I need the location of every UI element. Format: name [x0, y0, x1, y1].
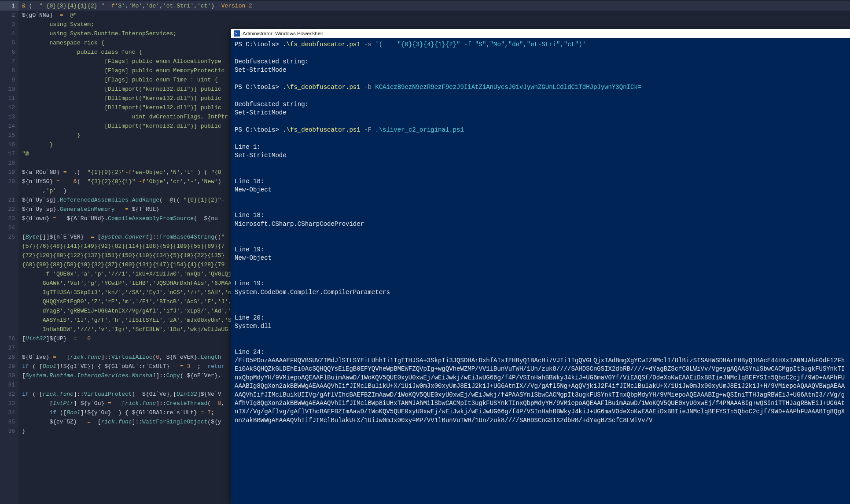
line-number: 29 [0, 362, 18, 371]
terminal-line: Set-StrictMode [235, 151, 846, 160]
terminal-line [235, 297, 846, 305]
terminal-line: Line 19: [235, 246, 846, 254]
terminal-line: PS C:\tools> .\fs_deobfuscator.ps1 -F .\… [235, 126, 846, 134]
line-number-continuation [0, 269, 18, 279]
terminal-line: PS C:\tools> .\fs_deobfuscator.ps1 -s '(… [235, 40, 846, 49]
terminal-line: Microsoft.CSharp.CSharpCodeProvider [235, 220, 846, 228]
terminal-content[interactable]: PS C:\tools> .\fs_deobfuscator.ps1 -s '(… [231, 38, 850, 504]
line-number: 12 [0, 103, 18, 112]
line-number-continuation [0, 297, 18, 306]
line-number: 8 [0, 66, 18, 75]
line-number: 30 [0, 371, 18, 380]
code-line[interactable]: using System; [18, 20, 850, 29]
line-number: 21 [0, 195, 18, 205]
line-number: 9 [0, 75, 18, 85]
code-line[interactable]: & ( " {0}{3}{4}{1}{2} " -f'S','Mo','de',… [18, 1, 850, 11]
terminal-line [235, 169, 846, 177]
terminal-line: Set-StrictMode [235, 66, 846, 74]
terminal-line [235, 263, 846, 271]
terminal-line [235, 92, 846, 100]
line-number: 26 [0, 334, 18, 343]
line-number: 4 [0, 29, 18, 38]
line-number: 25 [0, 232, 18, 242]
line-number: 14 [0, 121, 18, 131]
powershell-window[interactable]: >_ Administrator: Windows PowerShell PS … [231, 29, 850, 504]
line-number: 10 [0, 85, 18, 94]
line-number: 36 [0, 427, 18, 436]
terminal-line: PS C:\tools> .\fs_deobfuscator.ps1 -b KC… [235, 83, 846, 92]
terminal-line: New-Object [235, 186, 846, 194]
line-number: 28 [0, 353, 18, 362]
terminal-line: Set-StrictMode [235, 109, 846, 117]
line-number: 19 [0, 168, 18, 177]
terminal-line [235, 194, 846, 202]
terminal-line [235, 339, 846, 348]
line-number: 6 [0, 48, 18, 57]
line-number: 1 [0, 1, 18, 11]
line-number: 32 [0, 390, 18, 399]
terminal-line [235, 134, 846, 143]
line-number-gutter: 1234567891011121314151617181920 21222324… [0, 0, 18, 504]
line-number: 22 [0, 205, 18, 214]
line-number: 31 [0, 380, 18, 390]
line-number: 17 [0, 149, 18, 158]
line-number-continuation [0, 288, 18, 297]
line-number: 35 [0, 417, 18, 427]
terminal-line [235, 331, 846, 339]
line-number: 16 [0, 140, 18, 149]
terminal-line [235, 75, 846, 83]
terminal-line [235, 228, 846, 237]
terminal-line: System.dll [235, 322, 846, 331]
terminal-line: Line 20: [235, 314, 846, 322]
line-number: 13 [0, 112, 18, 121]
terminal-line [235, 160, 846, 169]
terminal-line: Line 18: [235, 177, 846, 186]
line-number: 5 [0, 38, 18, 48]
line-number: 15 [0, 131, 18, 140]
line-number-continuation [0, 279, 18, 288]
line-number-continuation [0, 186, 18, 195]
line-number: 24 [0, 223, 18, 232]
line-number: 23 [0, 214, 18, 223]
powershell-icon: >_ [234, 30, 240, 37]
line-number-continuation [0, 242, 18, 251]
line-number: 18 [0, 158, 18, 168]
terminal-line: Line 19: [235, 280, 846, 288]
line-number: 3 [0, 20, 18, 29]
terminal-line: Line 18: [235, 211, 846, 220]
line-number-continuation [0, 260, 18, 269]
line-number: 20 [0, 177, 18, 186]
line-number: 34 [0, 408, 18, 417]
terminal-line [235, 203, 846, 211]
terminal-line: New-Object [235, 254, 846, 262]
terminal-line [235, 118, 846, 126]
line-number-continuation [0, 316, 18, 325]
code-line[interactable]: ${gO`NNa} = @" [18, 11, 850, 20]
line-number: 7 [0, 57, 18, 66]
terminal-line: Line 1: [235, 143, 846, 151]
titlebar[interactable]: >_ Administrator: Windows PowerShell [231, 29, 850, 38]
terminal-line: System.CodeDom.Compiler.CompilerParamete… [235, 288, 846, 297]
window-title: Administrator: Windows PowerShell [243, 31, 323, 36]
line-number: 27 [0, 343, 18, 353]
terminal-line: Line 24: [235, 348, 846, 357]
line-number-continuation [0, 306, 18, 316]
line-number: 11 [0, 94, 18, 103]
terminal-line: /EiD5PDozAAAAAEFRQVBSUVZIMdJlSItSYEiLUhh… [235, 357, 846, 425]
terminal-line [235, 271, 846, 280]
terminal-line [235, 237, 846, 245]
line-number-continuation [0, 325, 18, 334]
terminal-line: Deobfuscated string: [235, 100, 846, 109]
line-number: 33 [0, 399, 18, 408]
line-number: 2 [0, 11, 18, 20]
terminal-line [235, 305, 846, 314]
terminal-line: Deobfuscated string: [235, 58, 846, 66]
terminal-line [235, 49, 846, 57]
line-number-continuation [0, 251, 18, 260]
